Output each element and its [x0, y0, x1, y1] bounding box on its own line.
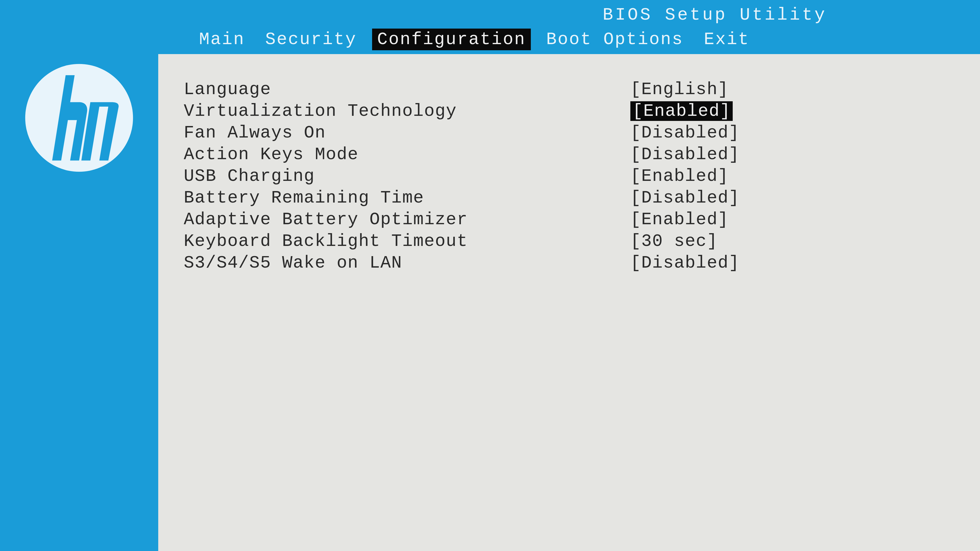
setting-value[interactable]: [Enabled]	[630, 101, 733, 121]
setting-label: Battery Remaining Time	[184, 188, 630, 208]
setting-value[interactable]: [Enabled]	[630, 210, 729, 229]
setting-label: Keyboard Backlight Timeout	[184, 231, 630, 251]
setting-wake-on-lan[interactable]: S3/S4/S5 Wake on LAN [Disabled]	[184, 253, 959, 273]
setting-keyboard-backlight-timeout[interactable]: Keyboard Backlight Timeout [30 sec]	[184, 231, 959, 251]
setting-value[interactable]: [Disabled]	[630, 188, 740, 208]
setting-value[interactable]: [Disabled]	[630, 123, 740, 143]
setting-label: S3/S4/S5 Wake on LAN	[184, 253, 630, 273]
tab-exit[interactable]: Exit	[699, 29, 755, 50]
setting-value[interactable]: [Disabled]	[630, 144, 740, 164]
setting-value[interactable]: [English]	[630, 79, 729, 99]
tab-security[interactable]: Security	[260, 29, 362, 50]
tab-configuration[interactable]: Configuration	[372, 29, 531, 50]
setting-label: Action Keys Mode	[184, 144, 630, 164]
tab-main[interactable]: Main	[194, 29, 250, 50]
setting-action-keys-mode[interactable]: Action Keys Mode [Disabled]	[184, 144, 959, 164]
header-title: BIOS Setup Utility	[0, 0, 980, 27]
setting-usb-charging[interactable]: USB Charging [Enabled]	[184, 166, 959, 186]
setting-fan-always-on[interactable]: Fan Always On [Disabled]	[184, 123, 959, 143]
setting-value[interactable]: [Disabled]	[630, 253, 740, 273]
setting-adaptive-battery-optimizer[interactable]: Adaptive Battery Optimizer [Enabled]	[184, 210, 959, 229]
tab-bar: Main Security Configuration Boot Options…	[0, 27, 980, 54]
setting-value[interactable]: [Enabled]	[630, 166, 729, 186]
sidebar	[0, 54, 158, 551]
setting-label: Virtualization Technology	[184, 101, 630, 121]
setting-battery-remaining-time[interactable]: Battery Remaining Time [Disabled]	[184, 188, 959, 208]
setting-label: Fan Always On	[184, 123, 630, 143]
setting-value[interactable]: [30 sec]	[630, 231, 718, 251]
setting-label: USB Charging	[184, 166, 630, 186]
setting-label: Adaptive Battery Optimizer	[184, 210, 630, 229]
setting-virtualization-technology[interactable]: Virtualization Technology [Enabled]	[184, 101, 959, 121]
body-area: Language [English] Virtualization Techno…	[0, 54, 980, 551]
setting-language[interactable]: Language [English]	[184, 79, 959, 99]
hp-logo-icon	[23, 62, 135, 174]
configuration-panel: Language [English] Virtualization Techno…	[158, 54, 980, 551]
tab-boot-options[interactable]: Boot Options	[541, 29, 689, 50]
setting-label: Language	[184, 79, 630, 99]
